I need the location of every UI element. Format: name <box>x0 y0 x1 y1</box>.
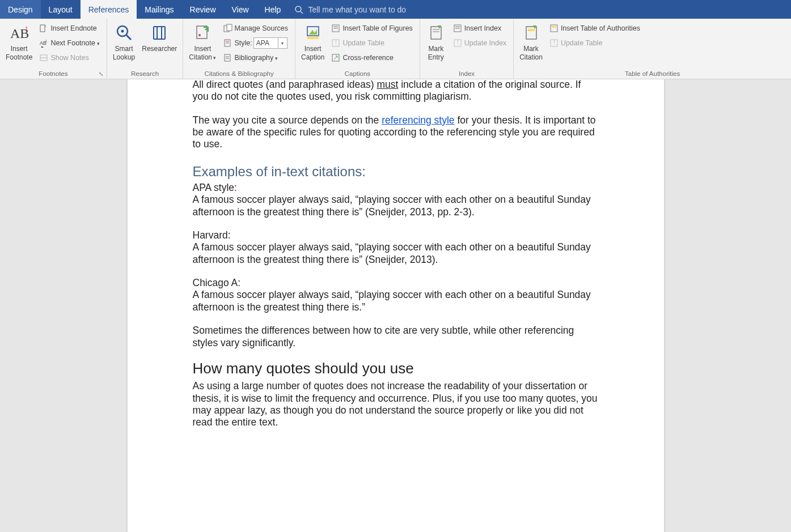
insert-caption-button[interactable]: Insert Caption <box>298 20 328 62</box>
citation-style-dropdown[interactable]: Style: APA <box>220 36 292 50</box>
svg-text:!: ! <box>335 40 337 46</box>
heading-examples[interactable]: Examples of in-text citations: <box>193 165 599 177</box>
group-toa: Mark Citation Insert Table of Authoritie… <box>514 19 791 79</box>
bibliography-icon <box>223 53 232 62</box>
svg-rect-22 <box>225 54 230 61</box>
next-footnote-icon: AB1 <box>39 39 48 48</box>
svg-rect-27 <box>307 37 319 39</box>
svg-rect-43 <box>528 29 535 31</box>
label-apa[interactable]: APA style: <box>193 182 599 194</box>
tof-icon <box>331 24 340 33</box>
show-notes-button: Show Notes <box>36 50 103 65</box>
mark-citation-button[interactable]: Mark Citation <box>516 20 546 62</box>
group-research-label: Research <box>109 69 180 79</box>
cross-ref-icon <box>331 53 340 62</box>
insert-index-icon <box>453 24 462 33</box>
svg-text:!: ! <box>553 40 555 46</box>
update-toa-button: ! Update Table <box>546 36 644 50</box>
label-harvard[interactable]: Harvard: <box>193 229 599 241</box>
tab-layout[interactable]: Layout <box>41 0 81 19</box>
smart-lookup-label: Smart Lookup <box>113 45 135 62</box>
page[interactable]: All direct quotes (and paraphrased ideas… <box>128 79 664 532</box>
insert-endnote-button[interactable]: i Insert Endnote <box>36 21 103 36</box>
show-notes-icon <box>39 53 48 62</box>
svg-rect-15 <box>197 26 207 39</box>
update-index-button: ! Update Index <box>450 36 510 50</box>
group-citations-label: Citations & Bibliography <box>185 69 293 79</box>
insert-footnote-button[interactable]: AB1 Insert Footnote <box>2 20 36 62</box>
group-captions: Insert Caption Insert Table of Figures !… <box>295 19 420 79</box>
manage-sources-button[interactable]: Manage Sources <box>220 21 292 36</box>
tab-design[interactable]: Design <box>0 0 41 19</box>
researcher-icon <box>150 22 169 44</box>
caption-icon <box>303 22 323 44</box>
group-research: Smart Lookup Researcher Research <box>107 19 183 79</box>
insert-tof-button[interactable]: Insert Table of Figures <box>328 21 416 36</box>
insert-toa-button[interactable]: Insert Table of Authorities <box>546 21 644 36</box>
tab-help[interactable]: Help <box>257 0 289 19</box>
heading-howmany[interactable]: How many quotes should you use <box>193 363 599 374</box>
referencing-style-link[interactable]: referencing style <box>382 114 454 126</box>
group-citations: Insert Citation Manage Sources Style: AP… <box>183 19 295 79</box>
group-footnotes-label: Footnotes <box>39 70 67 77</box>
tab-view[interactable]: View <box>224 0 257 19</box>
insert-footnote-label: Insert Footnote <box>6 45 32 62</box>
tab-mailings[interactable]: Mailings <box>137 0 181 19</box>
citation-icon <box>193 22 212 44</box>
mark-entry-icon <box>426 22 446 44</box>
footnotes-dialog-launcher[interactable]: ⤡ <box>99 71 103 77</box>
paragraph[interactable]: A famous soccer player always said, “pla… <box>193 289 599 313</box>
svg-line-11 <box>126 35 131 40</box>
label-chicago[interactable]: Chicago A: <box>193 277 599 289</box>
svg-text:i: i <box>45 24 46 28</box>
next-footnote-button[interactable]: AB1 Next Footnote <box>36 36 103 50</box>
insert-citation-label: Insert Citation <box>189 45 216 62</box>
paragraph[interactable]: As using a large number of quotes does n… <box>193 380 599 428</box>
svg-rect-4 <box>40 25 45 32</box>
svg-point-16 <box>198 34 201 36</box>
smart-lookup-button[interactable]: Smart Lookup <box>109 20 138 62</box>
mark-entry-label: Mark Entry <box>428 45 444 62</box>
svg-rect-45 <box>552 26 556 28</box>
svg-marker-26 <box>309 29 317 35</box>
paragraph[interactable]: The way you cite a source depends on the… <box>193 114 599 151</box>
footnote-icon: AB1 <box>10 22 29 44</box>
tell-me-search[interactable] <box>289 0 484 19</box>
group-index-label: Index <box>422 69 511 79</box>
mark-citation-label: Mark Citation <box>519 45 543 62</box>
svg-text:1: 1 <box>45 39 48 42</box>
ribbon-tabstrip: Design Layout References Mailings Review… <box>0 0 791 19</box>
style-combo[interactable]: APA <box>253 37 287 49</box>
svg-rect-18 <box>227 24 232 31</box>
svg-line-1 <box>301 11 303 14</box>
tell-me-input[interactable] <box>308 5 478 14</box>
svg-point-0 <box>295 6 301 12</box>
search-icon <box>294 5 303 14</box>
insert-caption-label: Insert Caption <box>301 45 324 62</box>
paragraph[interactable]: All direct quotes (and paraphrased ideas… <box>193 79 599 103</box>
svg-text:!: ! <box>457 40 459 46</box>
mark-entry-button[interactable]: Mark Entry <box>422 20 450 62</box>
paragraph[interactable]: Sometimes the differences between how to… <box>193 325 599 349</box>
svg-text:1: 1 <box>25 26 28 32</box>
style-icon <box>223 39 232 48</box>
update-index-icon: ! <box>453 39 462 48</box>
document-area[interactable]: All direct quotes (and paraphrased ideas… <box>0 79 791 532</box>
svg-rect-44 <box>551 25 557 32</box>
bibliography-button[interactable]: Bibliography <box>220 50 292 65</box>
cross-reference-button[interactable]: Cross-reference <box>328 50 416 65</box>
insert-toa-icon <box>549 24 559 33</box>
group-footnotes: AB1 Insert Footnote i Insert Endnote AB1… <box>0 19 107 79</box>
group-toa-label: Table of Authorities <box>516 69 789 79</box>
insert-citation-button[interactable]: Insert Citation <box>185 20 219 62</box>
insert-index-button[interactable]: Insert Index <box>450 21 510 36</box>
researcher-button[interactable]: Researcher <box>138 20 180 53</box>
tab-references[interactable]: References <box>81 0 137 19</box>
paragraph[interactable]: A famous soccer player always said, “pla… <box>193 194 599 218</box>
smart-lookup-icon <box>115 22 134 44</box>
paragraph[interactable]: A famous soccer player always said, “pla… <box>193 241 599 266</box>
tab-review[interactable]: Review <box>182 0 224 19</box>
group-captions-label: Captions <box>298 69 417 79</box>
update-table-icon: ! <box>331 39 340 48</box>
mark-citation-icon <box>522 22 541 44</box>
